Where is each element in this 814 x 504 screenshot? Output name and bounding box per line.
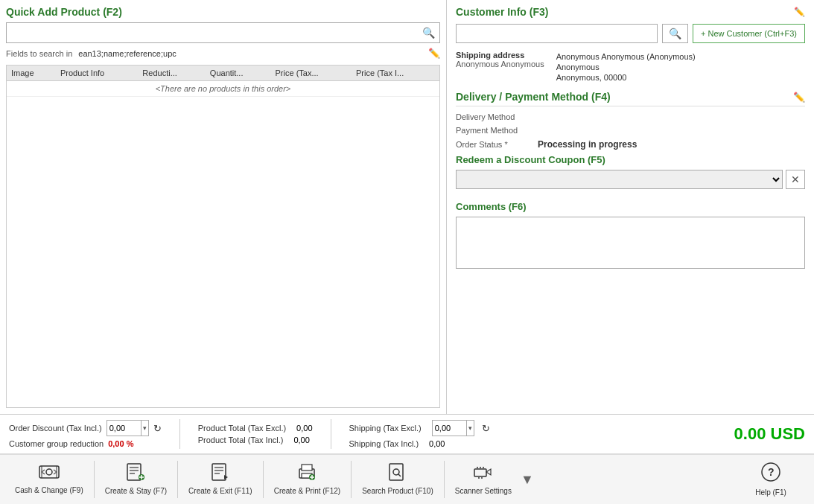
- total-amount: 0.00 USD: [734, 424, 805, 444]
- customer-info-header: Customer Info (F3) ✏️: [456, 6, 805, 18]
- shipping-excl-input[interactable]: [433, 421, 466, 436]
- help-button[interactable]: ? Help (F1): [734, 457, 808, 502]
- delivery-method-row: Delivery Method: [456, 112, 805, 121]
- search-product-icon: [388, 463, 407, 485]
- create-exit-icon: [211, 463, 230, 485]
- col-price-tax-incl: Price (Tax I...: [352, 66, 439, 81]
- order-status-label: Order Status *: [456, 140, 538, 149]
- order-discount-refresh-icon[interactable]: ↻: [153, 423, 162, 434]
- cash-change-label: Cash & Change (F9): [15, 486, 83, 495]
- sep-4: [351, 461, 352, 498]
- col-product-info: Product Info: [56, 66, 138, 81]
- customer-edit-icon[interactable]: ✏️: [794, 7, 805, 17]
- create-stay-icon: [126, 463, 145, 485]
- sep-2: [177, 461, 178, 498]
- customer-group-row: Customer group reduction 0,00 %: [9, 439, 162, 448]
- table-header-row: Image Product Info Reducti... Quantit...…: [7, 66, 439, 81]
- product-total-excl-row: Product Total (Tax Excl.) 0,00: [198, 424, 313, 433]
- payment-method-label: Payment Method: [456, 126, 545, 135]
- shipping-incl-row: Shipping (Tax Incl.) 0,00: [349, 439, 490, 448]
- spacer: ▼: [521, 472, 535, 488]
- svg-rect-11: [212, 464, 226, 480]
- create-exit-button[interactable]: Create & Exit (F11): [179, 459, 261, 500]
- scanner-settings-button[interactable]: Scanner Settings: [446, 459, 521, 500]
- cash-change-icon: [39, 464, 60, 485]
- col-reduction: Reducti...: [138, 66, 206, 81]
- payment-method-row: Payment Method: [456, 126, 805, 135]
- product-total-excl-label: Product Total (Tax Excl.): [198, 424, 286, 433]
- coupon-select[interactable]: [456, 170, 783, 189]
- product-search-button[interactable]: 🔍: [418, 24, 439, 42]
- help-label: Help (F1): [755, 488, 786, 497]
- customer-info-title: Customer Info (F3): [456, 6, 548, 18]
- svg-text:?: ?: [768, 466, 775, 478]
- product-total-incl-value: 0,00: [293, 436, 309, 444]
- delivery-edit-icon[interactable]: ✏️: [793, 92, 805, 103]
- customer-group-label: Customer group reduction: [9, 439, 104, 448]
- order-discount-dropdown-icon[interactable]: ▾: [141, 421, 148, 436]
- create-print-button[interactable]: Create & Print (F12): [265, 459, 349, 500]
- product-total-incl-label: Product Total (Tax Incl.): [198, 436, 284, 444]
- fields-value: ean13;name;reference;upc: [78, 49, 176, 58]
- new-customer-button[interactable]: + New Customer (Ctrl+F3): [693, 24, 805, 43]
- coupon-title: Redeem a Discount Coupon (F5): [456, 154, 805, 165]
- order-discount-input[interactable]: [107, 421, 141, 436]
- help-icon: ?: [760, 462, 781, 487]
- delivery-section-header: Delivery / Payment Method (F4) ✏️: [456, 91, 805, 106]
- svg-line-23: [398, 474, 401, 476]
- order-discount-input-wrap[interactable]: ▾: [106, 420, 149, 436]
- shipping-excl-label: Shipping (Tax Excl.): [349, 424, 422, 433]
- search-product-button[interactable]: Search Product (F10): [353, 459, 442, 500]
- shipping-totals-group: Shipping (Tax Excl.) ▾ ↻ Shipping (Tax I…: [349, 420, 490, 448]
- cash-change-button[interactable]: Cash & Change (F9): [6, 459, 92, 500]
- sep-5: [444, 461, 445, 498]
- svg-point-22: [393, 469, 399, 475]
- totals-bar: Order Discount (Tax Incl.) ▾ ↻ Customer …: [0, 414, 814, 453]
- fields-edit-icon[interactable]: ✏️: [428, 48, 440, 59]
- product-totals-group: Product Total (Tax Excl.) 0,00 Product T…: [198, 424, 313, 444]
- order-discount-label: Order Discount (Tax Incl.): [9, 424, 102, 433]
- col-price-tax-excl: Price (Tax...: [271, 66, 352, 81]
- quick-add-title: Quick Add Product (F2): [6, 6, 440, 18]
- create-stay-button[interactable]: Create & Stay (F7): [96, 459, 176, 500]
- shipping-excl-dropdown-icon[interactable]: ▾: [466, 421, 474, 436]
- order-discount-row: Order Discount (Tax Incl.) ▾ ↻: [9, 420, 162, 436]
- customer-group-value: 0,00 %: [108, 439, 133, 448]
- customer-search-input[interactable]: [456, 24, 658, 43]
- order-status-row: Order Status * Processing in progress: [456, 139, 805, 150]
- svg-point-1: [46, 469, 52, 475]
- product-search-input[interactable]: [7, 23, 418, 42]
- create-stay-label: Create & Stay (F7): [105, 487, 167, 496]
- delivery-title: Delivery / Payment Method (F4): [456, 91, 611, 103]
- search-product-label: Search Product (F10): [362, 487, 433, 496]
- shipping-excl-refresh-icon[interactable]: ↻: [482, 423, 490, 434]
- create-exit-label: Create & Exit (F11): [188, 487, 252, 496]
- svg-rect-24: [474, 469, 486, 476]
- coupon-clear-button[interactable]: ✕: [786, 170, 805, 189]
- col-quantity: Quantit...: [206, 66, 271, 81]
- action-bar: Cash & Change (F9) Create & Stay (F7): [0, 453, 814, 504]
- create-print-icon: [297, 463, 317, 485]
- customer-search-button[interactable]: 🔍: [662, 24, 688, 43]
- scanner-settings-label: Scanner Settings: [455, 487, 512, 496]
- customer-search-row: 🔍 + New Customer (Ctrl+F3): [456, 24, 805, 43]
- coupon-row: ✕: [456, 170, 805, 189]
- shipping-address-line2: Anonymous: [556, 63, 696, 71]
- shipping-incl-label: Shipping (Tax Incl.): [349, 439, 419, 448]
- scanner-settings-icon: [473, 463, 494, 485]
- shipping-excl-row: Shipping (Tax Excl.) ▾ ↻: [349, 420, 490, 436]
- shipping-excl-input-wrap[interactable]: ▾: [432, 420, 474, 436]
- delivery-method-label: Delivery Method: [456, 112, 545, 121]
- shipping-section: Shipping address Anonymous Anonymous Ano…: [456, 51, 805, 82]
- comments-title: Comments (F6): [456, 201, 805, 212]
- svg-rect-21: [389, 464, 403, 480]
- product-total-incl-row: Product Total (Tax Incl.) 0,00: [198, 436, 313, 444]
- fields-info-row: Fields to search in ean13;name;reference…: [6, 48, 440, 59]
- col-image: Image: [7, 66, 56, 81]
- comments-textarea[interactable]: [456, 217, 805, 269]
- shipping-anon-name: Anonymous Anonymous: [456, 60, 544, 68]
- shipping-address-line3: Anonymous, 00000: [556, 73, 696, 82]
- product-table: Image Product Info Reducti... Quantit...…: [6, 65, 440, 408]
- shipping-address-line1: Anonymous Anonymous (Anonymous): [556, 52, 696, 61]
- sep-3: [263, 461, 264, 498]
